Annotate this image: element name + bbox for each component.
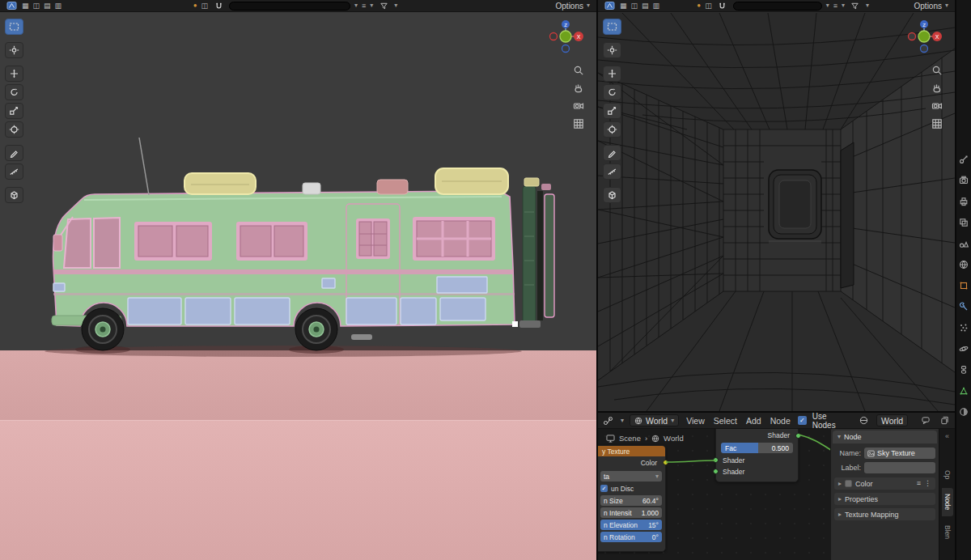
tool-transform[interactable] [603, 121, 621, 138]
overlays-list-icon[interactable]: ≡ [833, 2, 837, 10]
label-field[interactable] [864, 462, 935, 473]
tool-scale[interactable] [603, 103, 621, 119]
tab-render[interactable] [959, 175, 969, 185]
snapping-magnet-icon[interactable] [212, 1, 225, 11]
pan-hand-icon[interactable] [573, 83, 584, 94]
tab-tool[interactable] [959, 154, 969, 164]
filter-funnel-icon[interactable] [849, 1, 862, 11]
tool-rotate[interactable] [603, 84, 621, 100]
fac-slider[interactable]: Fac 0.500 [721, 443, 793, 453]
tool-annotate[interactable] [603, 145, 621, 161]
ortho-grid-icon[interactable] [573, 118, 584, 129]
tab-output[interactable] [959, 196, 969, 206]
mix-shader-node[interactable]: Shader Fac 0.500 Shader Shader [715, 429, 799, 482]
section-texture-mapping[interactable]: ▸ Texture Mapping [834, 508, 935, 520]
tab-node[interactable]: Node [942, 488, 953, 515]
navigation-gizmo-right[interactable]: X Z [906, 18, 943, 55]
section-properties[interactable]: ▸ Properties [834, 493, 935, 505]
tool-box-select[interactable] [603, 19, 621, 35]
gizmo-y-axis[interactable] [918, 31, 930, 42]
tab-view-layer[interactable] [959, 217, 969, 227]
camera-view-icon[interactable] [931, 100, 943, 112]
navigation-gizmo-left[interactable]: X Z [548, 18, 585, 55]
proportional-editing-icon[interactable]: ● [193, 2, 197, 9]
zoom-icon[interactable] [931, 65, 943, 76]
tool-add-primitive[interactable] [5, 187, 23, 203]
zoom-icon[interactable] [573, 65, 584, 76]
tab-options[interactable]: Op [942, 465, 953, 485]
tool-move[interactable] [5, 66, 23, 82]
sun-disc-checkbox[interactable]: ✓ [600, 485, 608, 492]
node-panel-header[interactable]: ▾ Node [833, 431, 937, 443]
overlays-dropdown-arrow[interactable]: ▾ [370, 2, 373, 9]
viewport-search-input[interactable] [733, 2, 822, 11]
shading-toggle-icon[interactable]: ◫ [631, 2, 638, 10]
tab-physics[interactable] [959, 343, 969, 354]
sky-type-dropdown[interactable]: ta ▾ [600, 471, 662, 482]
viewport-3d-right[interactable]: ▦ ◫ ▤ ▥ ● ◫ ▾ ≡ ▾ ▾ Options ▾ [598, 0, 955, 411]
browse-world-icon[interactable] [858, 415, 871, 426]
tab-object[interactable] [959, 280, 969, 291]
shader-editor[interactable]: ▾ World ▾ View Select Add Node ✓ Use Nod… [598, 413, 955, 560]
tab-blender[interactable]: Blen [942, 520, 953, 545]
tab-particles[interactable] [959, 322, 969, 333]
overlay-toggle-icon[interactable]: ▤ [44, 2, 51, 10]
options-dropdown-left[interactable]: Options ▾ [554, 2, 592, 11]
editor-type-button[interactable] [602, 415, 615, 426]
tool-box-select[interactable] [5, 19, 23, 35]
mode-toggle-icon[interactable]: ▦ [620, 2, 627, 10]
editor-type-button[interactable] [603, 1, 616, 11]
shader-input-socket-2[interactable] [713, 469, 719, 474]
xray-toggle-icon[interactable]: ▥ [653, 2, 660, 10]
mode-toggle-icon[interactable]: ▦ [22, 2, 29, 10]
tool-annotate[interactable] [5, 145, 23, 161]
editor-type-dropdown-arrow[interactable]: ▾ [621, 418, 624, 424]
collapse-panel-icon[interactable]: « [945, 432, 949, 440]
gizmo-y-axis[interactable] [560, 31, 571, 42]
menu-add[interactable]: Add [744, 416, 763, 426]
menu-dots-icon[interactable]: ⋮ [924, 480, 931, 487]
tool-scale[interactable] [5, 103, 23, 119]
pivot-point-icon[interactable]: ◫ [201, 2, 209, 10]
pan-hand-icon[interactable] [931, 83, 943, 94]
shader-input-socket-1[interactable] [713, 457, 719, 463]
filter-dropdown-arrow[interactable]: ▾ [394, 2, 397, 9]
overlay-toggle-icon[interactable]: ▤ [642, 2, 649, 10]
viewport-search-input[interactable] [229, 2, 350, 11]
options-dropdown-right[interactable]: Options ▾ [913, 2, 950, 11]
sun-intensity-field[interactable]: n Intensit 1.000 [600, 507, 662, 518]
proportional-editing-icon[interactable]: ● [697, 2, 701, 9]
camera-view-icon[interactable] [573, 100, 584, 112]
tab-constraints[interactable] [959, 364, 969, 375]
filter-funnel-icon[interactable] [377, 1, 390, 11]
sun-rotation-field[interactable]: n Rotation 0° [600, 532, 662, 542]
tab-modifiers[interactable] [959, 301, 969, 312]
snapping-dropdown-arrow[interactable]: ▾ [826, 2, 829, 9]
tool-cursor[interactable] [5, 42, 23, 58]
editor-type-button[interactable] [5, 1, 18, 11]
section-color[interactable]: ▸ Color ≡ ⋮ [834, 477, 935, 490]
sky-texture-node-header[interactable]: y Texture [598, 446, 665, 456]
name-field[interactable]: Sky Texture [864, 448, 935, 459]
annotation-bubble-icon[interactable] [919, 415, 932, 426]
filter-dropdown-arrow[interactable]: ▾ [866, 2, 869, 9]
overlays-list-icon[interactable]: ≡ [362, 2, 366, 10]
tab-object-data[interactable] [959, 385, 969, 396]
tool-cursor[interactable] [603, 42, 621, 58]
snapping-magnet-icon[interactable] [716, 1, 729, 11]
shader-type-dropdown[interactable]: World ▾ [630, 414, 679, 426]
gizmo-minus-x-axis[interactable] [909, 33, 916, 40]
xray-toggle-icon[interactable]: ▥ [55, 2, 62, 10]
color-output-socket[interactable] [663, 460, 668, 465]
list-icon[interactable]: ≡ [917, 480, 921, 487]
snapping-dropdown-arrow[interactable]: ▾ [354, 2, 358, 9]
overlays-dropdown-arrow[interactable]: ▾ [842, 2, 845, 9]
ortho-grid-icon[interactable] [931, 118, 943, 129]
shader-output-socket[interactable] [795, 433, 801, 439]
sun-disc-row[interactable]: ✓ un Disc [600, 483, 662, 494]
menu-node[interactable]: Node [769, 416, 792, 426]
use-nodes-checkbox[interactable]: ✓ [798, 416, 807, 425]
sun-elevation-field[interactable]: n Elevation 15° [600, 520, 662, 530]
shading-toggle-icon[interactable]: ◫ [33, 2, 40, 10]
viewport-3d-left[interactable]: ▦ ◫ ▤ ▥ ● ◫ ▾ ≡ ▾ ▾ Options ▾ [0, 0, 596, 560]
